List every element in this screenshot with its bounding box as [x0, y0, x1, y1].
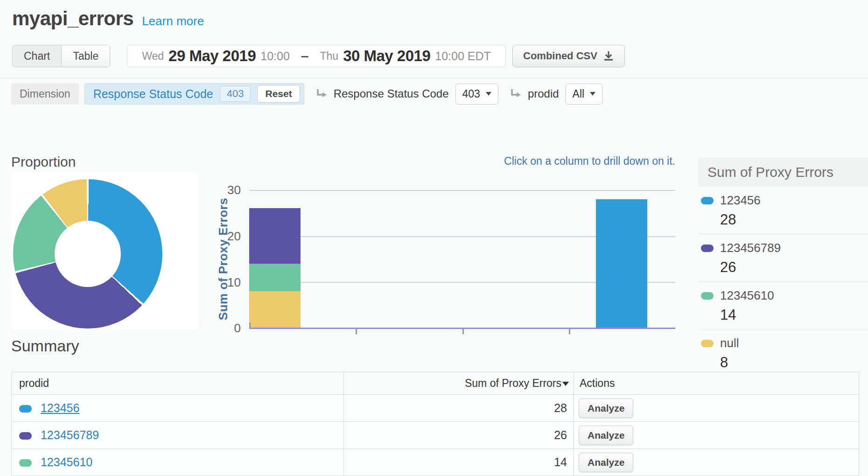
caret-down-icon [590, 92, 595, 96]
bar-null[interactable] [249, 291, 301, 328]
start-day: Wed [142, 50, 164, 63]
table-header-row: prodid Sum of Proxy Errors Actions [12, 372, 859, 395]
toolbar: Chart Table Wed 29 May 2019 10:00 – Thu … [12, 45, 857, 67]
row-value: 26 [344, 422, 574, 449]
status-code-dropdown-value: 403 [462, 88, 480, 100]
legend-chip [701, 292, 714, 300]
prodid-link[interactable]: 12345610 [41, 455, 92, 469]
prodid-link[interactable]: 123456789 [41, 428, 99, 441]
table-row: 123456789 26 Analyze [12, 422, 859, 449]
page-title: myapi_errors [12, 7, 133, 30]
active-filter-pill: Response Status Code 403 Reset [84, 83, 304, 105]
end-date: 30 May 2019 [343, 47, 430, 65]
y-tick-30: 30 [201, 182, 241, 197]
y-tick-10: 10 [201, 275, 241, 290]
legend-chip [701, 197, 714, 204]
y-axis-label: Sum of Proxy Errors [216, 189, 230, 329]
column-header-actions: Actions [574, 372, 859, 395]
legend-item: 123456789 26 [698, 234, 868, 281]
drilldown-arrow-icon [315, 88, 327, 100]
legend-chip [701, 245, 714, 252]
end-day: Thu [320, 50, 338, 63]
start-time: 10:00 [260, 49, 290, 63]
date-range-picker[interactable]: Wed 29 May 2019 10:00 – Thu 30 May 2019 … [127, 45, 506, 67]
header: myapi_errors Learn more [12, 7, 204, 30]
x-axis-tick [569, 328, 570, 334]
analyze-button[interactable]: Analyze [579, 426, 633, 445]
legend-value: 8 [720, 354, 868, 371]
drilldown-hint: Click on a column to drill down on it. [504, 155, 675, 168]
legend-item: null 8 [698, 329, 868, 377]
drilldown-2-label: prodid [528, 87, 559, 100]
x-axis-tick [356, 328, 357, 334]
chart-view-button[interactable]: Chart [13, 45, 61, 67]
dimension-label: Dimension [11, 83, 79, 105]
analyze-button[interactable]: Analyze [579, 399, 633, 418]
row-color-chip [19, 432, 32, 440]
legend-label: null [720, 336, 739, 350]
legend-value: 28 [720, 211, 868, 228]
y-tick-0: 0 [201, 321, 241, 336]
drilldown-arrow-icon [509, 88, 521, 100]
learn-more-link[interactable]: Learn more [142, 14, 204, 28]
download-icon [603, 50, 614, 62]
legend-item: 12345610 14 [698, 281, 868, 329]
bar-123456[interactable] [596, 199, 647, 328]
filter-bar: Dimension Response Status Code 403 Reset… [11, 83, 602, 105]
table-view-button[interactable]: Table [61, 45, 110, 67]
toolbar-divider [0, 78, 868, 78]
gridline-30 [249, 190, 675, 191]
sort-desc-icon [562, 382, 569, 386]
summary-title: Summary [11, 337, 79, 355]
view-toggle: Chart Table [12, 45, 110, 67]
row-value: 28 [344, 395, 574, 422]
column-header-prodid: prodid [12, 372, 344, 395]
legend-chip [701, 340, 714, 347]
start-date: 29 May 2019 [168, 47, 256, 65]
row-color-chip [19, 459, 32, 467]
legend-label: 123456 [720, 193, 761, 208]
drilldown-1-label: Response Status Code [334, 87, 449, 100]
legend-label: 12345610 [720, 288, 774, 303]
prodid-link[interactable]: 123456 [41, 401, 79, 414]
legend-item: 123456 28 [698, 187, 868, 234]
caret-down-icon [486, 92, 491, 96]
y-tick-20: 20 [201, 229, 241, 244]
active-filter-value: 403 [220, 86, 251, 102]
proportion-title: Proportion [11, 154, 76, 170]
row-color-chip [19, 405, 32, 413]
bar-chart [249, 190, 675, 328]
analyze-button[interactable]: Analyze [579, 453, 633, 472]
end-time: 10:00 EDT [435, 49, 491, 63]
x-axis-tick [462, 328, 464, 334]
legend-title: Sum of Proxy Errors [698, 158, 868, 187]
reset-button[interactable]: Reset [257, 85, 300, 103]
prodid-dropdown[interactable]: All [566, 84, 603, 105]
date-range-separator: – [301, 48, 309, 64]
donut-chart[interactable] [13, 179, 162, 329]
summary-table: prodid Sum of Proxy Errors Actions 12345… [11, 372, 859, 476]
analytics-dashboard: myapi_errors Learn more Chart Table Wed … [0, 0, 868, 476]
row-value: 14 [344, 449, 574, 476]
donut-hole [55, 221, 121, 287]
column-header-sum[interactable]: Sum of Proxy Errors [344, 372, 574, 395]
active-filter-name: Response Status Code [93, 87, 213, 101]
status-code-dropdown[interactable]: 403 [455, 84, 498, 105]
csv-button-label: Combined CSV [523, 50, 597, 62]
legend-value: 26 [720, 259, 868, 276]
proportion-card [11, 172, 198, 329]
legend-value: 14 [720, 307, 868, 323]
combined-csv-button[interactable]: Combined CSV [512, 45, 625, 67]
x-axis-tick [249, 322, 251, 328]
legend-label: 123456789 [720, 241, 781, 255]
table-row: 12345610 14 Analyze [12, 449, 859, 476]
table-row: 123456 28 Analyze [12, 395, 859, 422]
chart-legend: Sum of Proxy Errors 123456 28 123456789 … [698, 158, 868, 377]
prodid-dropdown-value: All [573, 88, 585, 100]
